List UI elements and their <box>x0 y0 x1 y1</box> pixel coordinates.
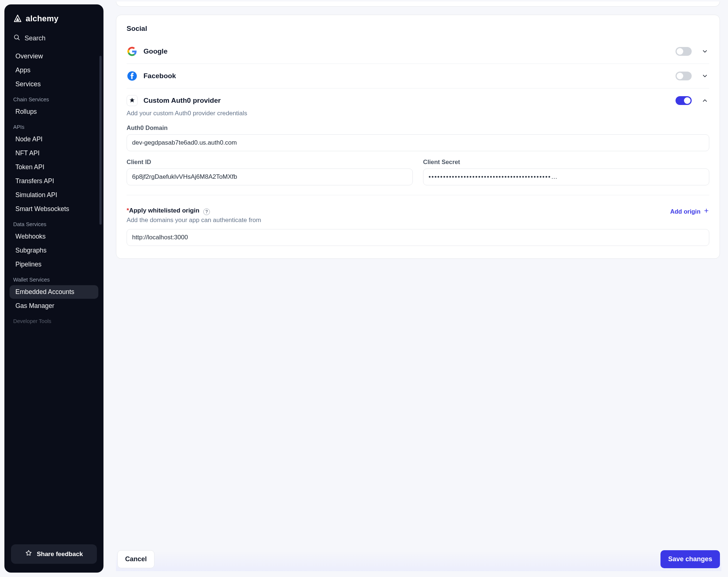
client-secret-label: Client Secret <box>423 159 709 166</box>
nav-embedded-accounts[interactable]: Embedded Accounts <box>10 285 98 299</box>
star-icon <box>25 549 32 559</box>
search-input[interactable]: Search <box>4 29 103 49</box>
nav-subgraphs[interactable]: Subgraphs <box>10 244 98 257</box>
client-secret-input[interactable] <box>423 168 709 185</box>
client-id-input[interactable] <box>127 168 413 185</box>
brand: alchemy <box>4 12 103 29</box>
provider-auth0-label: Custom Auth0 provider <box>143 97 670 105</box>
nav-services[interactable]: Services <box>10 77 98 91</box>
add-origin-label: Add origin <box>670 208 700 215</box>
social-card: Social Google <box>116 15 720 259</box>
whitelisted-origin-section: *Apply whitelisted origin ? Add the doma… <box>127 207 709 246</box>
client-id-label: Client ID <box>127 159 413 166</box>
help-icon[interactable]: ? <box>203 208 210 215</box>
provider-google-label: Google <box>143 47 670 55</box>
alchemy-logo-icon <box>13 14 22 23</box>
nav-token-api[interactable]: Token API <box>10 160 98 174</box>
nav-simulation-api[interactable]: Simulation API <box>10 188 98 202</box>
auth0-toggle[interactable] <box>676 96 692 105</box>
nav-group-developer-tools: Developer Tools <box>7 313 101 326</box>
auth0-domain-label: Auth0 Domain <box>127 124 709 131</box>
svg-line-1 <box>18 39 19 40</box>
nav-group-chain-services: Chain Services <box>7 91 101 105</box>
whitelist-subtitle: Add the domains your app can authenticat… <box>127 217 261 224</box>
sidebar-scrollbar[interactable] <box>99 56 102 225</box>
social-title: Social <box>127 25 709 33</box>
save-changes-button[interactable]: Save changes <box>660 550 720 568</box>
nav-group-apis: APIs <box>7 119 101 132</box>
provider-facebook-label: Facebook <box>143 72 670 80</box>
nav-overview[interactable]: Overview <box>10 50 98 63</box>
google-toggle[interactable] <box>676 47 692 56</box>
google-expand[interactable] <box>700 47 709 56</box>
plus-icon <box>703 208 709 215</box>
nav-apps[interactable]: Apps <box>10 63 98 77</box>
main: Social Google <box>103 0 728 577</box>
facebook-icon <box>127 70 138 81</box>
google-icon <box>127 46 138 57</box>
nav-smart-websockets[interactable]: Smart Websockets <box>10 202 98 216</box>
origin-input[interactable] <box>127 229 709 246</box>
nav-group-wallet-services: Wallet Services <box>7 272 101 285</box>
nav-webhooks[interactable]: Webhooks <box>10 230 98 243</box>
previous-card-slice <box>116 1 720 7</box>
facebook-expand[interactable] <box>700 72 709 80</box>
nav-pipelines[interactable]: Pipelines <box>10 258 98 271</box>
nav-gas-manager[interactable]: Gas Manager <box>10 299 98 313</box>
auth0-collapse[interactable] <box>700 96 709 105</box>
search-icon <box>13 34 20 43</box>
provider-facebook: Facebook <box>127 64 709 88</box>
facebook-toggle[interactable] <box>676 72 692 80</box>
auth0-domain-input[interactable] <box>127 134 709 151</box>
provider-google: Google <box>127 39 709 64</box>
sidebar: alchemy Search Overview Apps Services Ch… <box>4 4 103 573</box>
whitelist-title: *Apply whitelisted origin ? <box>127 207 261 215</box>
share-feedback-label: Share feedback <box>37 551 83 558</box>
nav-transfers-api[interactable]: Transfers API <box>10 174 98 188</box>
content-scroll: Social Google <box>116 0 721 542</box>
nav-nft-api[interactable]: NFT API <box>10 146 98 160</box>
search-label: Search <box>25 35 46 42</box>
nav-group-data-services: Data Services <box>7 216 101 229</box>
share-feedback-button[interactable]: Share feedback <box>11 544 97 564</box>
sidebar-footer: Share feedback <box>4 540 103 565</box>
cancel-button[interactable]: Cancel <box>117 550 154 568</box>
auth0-icon <box>127 95 138 106</box>
auth0-description: Add your custom Auth0 provider credentia… <box>127 110 709 117</box>
provider-auth0: Custom Auth0 provider Add your custom Au… <box>127 88 709 195</box>
nav-rollups[interactable]: Rollups <box>10 105 98 119</box>
brand-name: alchemy <box>26 14 58 23</box>
nav-node-api[interactable]: Node API <box>10 133 98 146</box>
required-asterisk: * <box>127 207 129 214</box>
add-origin-button[interactable]: Add origin <box>670 207 709 215</box>
action-bar: Cancel Save changes <box>116 542 721 571</box>
sidebar-nav: Overview Apps Services Chain Services Ro… <box>4 49 103 550</box>
